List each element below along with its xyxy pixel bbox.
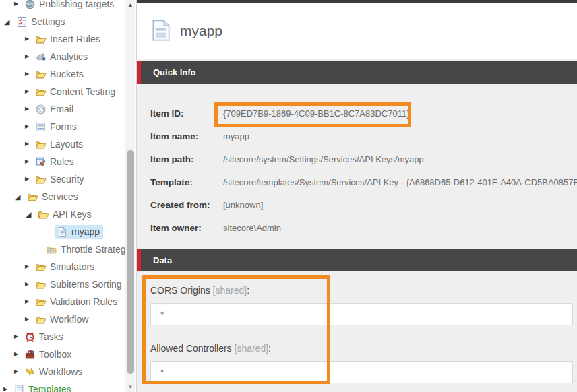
tree-item-label: Insert Rules bbox=[50, 34, 100, 44]
quick-info-row-template: Template:/sitecore/templates/System/Serv… bbox=[137, 172, 577, 195]
content-editor: ▶Publishing targets◢Settings▶Insert Rule… bbox=[0, 0, 577, 392]
data-section-header[interactable]: Data bbox=[137, 249, 577, 271]
expand-arrow-icon[interactable]: ▶ bbox=[12, 334, 23, 339]
expand-arrow-icon[interactable]: ▶ bbox=[23, 282, 34, 287]
tree-item-content: Validation Rules bbox=[34, 295, 121, 309]
document-icon bbox=[57, 226, 68, 238]
tree-item-rules[interactable]: ▶Rules bbox=[0, 153, 125, 170]
field-label-text: CORS Origins bbox=[150, 285, 213, 296]
scrollbar-thumb[interactable] bbox=[127, 150, 134, 374]
field-label-suffix: : bbox=[268, 343, 271, 354]
tree-item-subitems-sorting[interactable]: ▶Subitems Sorting bbox=[0, 275, 125, 293]
tree-item-content: Analytics bbox=[34, 50, 91, 64]
tree-item-analytics[interactable]: ▶Analytics bbox=[0, 48, 125, 65]
email-icon bbox=[35, 104, 47, 115]
tree-item-settings[interactable]: ◢Settings bbox=[0, 13, 125, 30]
folder-icon bbox=[27, 191, 38, 203]
quick-info-section-header[interactable]: Quick Info bbox=[137, 61, 577, 84]
expand-arrow-icon[interactable]: ▶ bbox=[23, 299, 34, 304]
section-title: Quick Info bbox=[153, 61, 196, 84]
tree-item-api-keys[interactable]: ◢API Keys bbox=[0, 205, 125, 223]
item-editor-panel: myapp Quick Info Item ID:{709ED7B9-1869-… bbox=[136, 0, 577, 392]
quick-info-row-created-from: Created from:[unknown] bbox=[137, 195, 577, 218]
document-icon bbox=[152, 19, 171, 42]
tree-item-validation-rules[interactable]: ▶Validation Rules bbox=[0, 293, 125, 311]
tree-item-label: Layouts bbox=[50, 139, 83, 150]
quick-info-rows: Item ID:{709ED7B9-1869-4C09-BB1C-8C7A83D… bbox=[137, 103, 577, 240]
field-input-cors-origins[interactable] bbox=[150, 303, 573, 325]
folder-icon bbox=[35, 69, 47, 80]
expand-arrow-icon[interactable]: ▶ bbox=[23, 71, 34, 77]
tree-item-content-testing[interactable]: ▶Content Testing bbox=[0, 83, 125, 100]
tree-item-tasks[interactable]: ▶Tasks bbox=[0, 328, 125, 346]
tree-item-myapp[interactable]: myapp bbox=[0, 223, 125, 240]
expand-arrow-icon[interactable]: ▶ bbox=[23, 264, 34, 269]
tree-item-content: Tasks bbox=[23, 330, 67, 344]
expand-arrow-icon[interactable]: ▶ bbox=[23, 89, 34, 94]
scroll-up-icon[interactable]: ▲ bbox=[125, 0, 135, 10]
info-value: [unknown] bbox=[223, 200, 263, 210]
expand-arrow-icon[interactable]: ▶ bbox=[23, 141, 34, 147]
tree-item-forms[interactable]: ▶Forms bbox=[0, 118, 125, 135]
collapse-arrow-icon[interactable]: ◢ bbox=[4, 18, 15, 26]
tree-item-security[interactable]: ▶Security bbox=[0, 170, 125, 188]
tree-item-toolbox[interactable]: ▶Toolbox bbox=[0, 346, 125, 363]
collapse-arrow-icon[interactable]: ◢ bbox=[26, 211, 36, 218]
tree-item-label: Buckets bbox=[50, 69, 84, 79]
expand-arrow-icon[interactable]: ▶ bbox=[23, 106, 34, 112]
tree-item-label: Toolbox bbox=[39, 349, 71, 360]
expand-arrow-icon[interactable]: ▶ bbox=[23, 54, 34, 59]
field-label-text: Allowed Controllers bbox=[150, 343, 235, 354]
tree-item-label: Settings bbox=[31, 16, 65, 27]
tree-item-content: Subitems Sorting bbox=[34, 277, 125, 292]
tree-item-buckets[interactable]: ▶Buckets bbox=[0, 65, 125, 83]
expand-arrow-icon[interactable]: ▶ bbox=[23, 36, 34, 42]
field-input-allowed-controllers[interactable] bbox=[150, 361, 573, 383]
info-value: /sitecore/system/Settings/Services/API K… bbox=[223, 154, 424, 164]
info-value: sitecore\Admin bbox=[223, 223, 281, 233]
tree-item-content: Layouts bbox=[34, 137, 86, 152]
collapse-arrow-icon[interactable]: ◢ bbox=[15, 193, 26, 201]
quick-info-row-item-path: Item path:/sitecore/system/Settings/Serv… bbox=[137, 149, 577, 172]
info-label: Item name: bbox=[150, 131, 220, 141]
tree-item-simulators[interactable]: ▶Simulators bbox=[0, 258, 125, 275]
tree-item-label: myapp bbox=[71, 226, 100, 237]
section-title: Data bbox=[153, 249, 172, 271]
tree-item-publishing-targets[interactable]: ▶Publishing targets bbox=[0, 0, 125, 13]
templates-doc-icon bbox=[13, 384, 25, 392]
tree-scrollbar[interactable]: ▲ ▼ bbox=[125, 0, 135, 392]
tree-item-label: Templates bbox=[28, 384, 71, 392]
expand-arrow-icon[interactable]: ▶ bbox=[1, 387, 12, 392]
quick-info-row-item-owner: Item owner:sitecore\Admin bbox=[137, 218, 577, 240]
tree-item-label: Workflows bbox=[39, 366, 82, 377]
tree-item-insert-rules[interactable]: ▶Insert Rules bbox=[0, 30, 125, 48]
tree-item-services[interactable]: ◢Services bbox=[0, 188, 125, 205]
scroll-down-icon[interactable]: ▼ bbox=[125, 382, 135, 392]
tree-item-workflows[interactable]: ▶Workflows bbox=[0, 363, 125, 381]
tree-item-layouts[interactable]: ▶Layouts bbox=[0, 135, 125, 153]
expand-arrow-icon[interactable]: ▶ bbox=[12, 369, 23, 374]
folder-icon bbox=[35, 34, 47, 45]
tree-item-templates[interactable]: ▶Templates bbox=[0, 381, 125, 392]
tree-item-email[interactable]: ▶Email bbox=[0, 100, 125, 118]
tree-item-content: Security bbox=[34, 172, 88, 187]
expand-arrow-icon[interactable]: ▶ bbox=[12, 352, 23, 357]
expand-arrow-icon[interactable]: ▶ bbox=[12, 1, 23, 7]
tree-item-label: Security bbox=[50, 174, 84, 185]
tree-item-content: Toolbox bbox=[23, 348, 75, 362]
tree-item-content: Templates bbox=[12, 383, 75, 392]
expand-arrow-icon[interactable]: ▶ bbox=[23, 124, 34, 129]
tree-item-workflow[interactable]: ▶Workflow bbox=[0, 311, 125, 328]
info-value: myapp bbox=[223, 131, 249, 141]
tree-item-content: Rules bbox=[34, 155, 78, 169]
tree-item-throttle-strategies[interactable]: Throttle Strategies bbox=[0, 240, 125, 258]
tree-item-content: Forms bbox=[34, 120, 80, 134]
section-accent-bar bbox=[137, 61, 141, 84]
info-label: Template: bbox=[150, 177, 220, 187]
expand-arrow-icon[interactable]: ▶ bbox=[23, 176, 34, 182]
workflow-arrow-icon bbox=[24, 366, 36, 378]
tree-item-label: Forms bbox=[50, 121, 77, 132]
field-label-suffix: : bbox=[247, 285, 249, 296]
expand-arrow-icon[interactable]: ▶ bbox=[23, 317, 34, 322]
expand-arrow-icon[interactable]: ▶ bbox=[23, 159, 34, 164]
